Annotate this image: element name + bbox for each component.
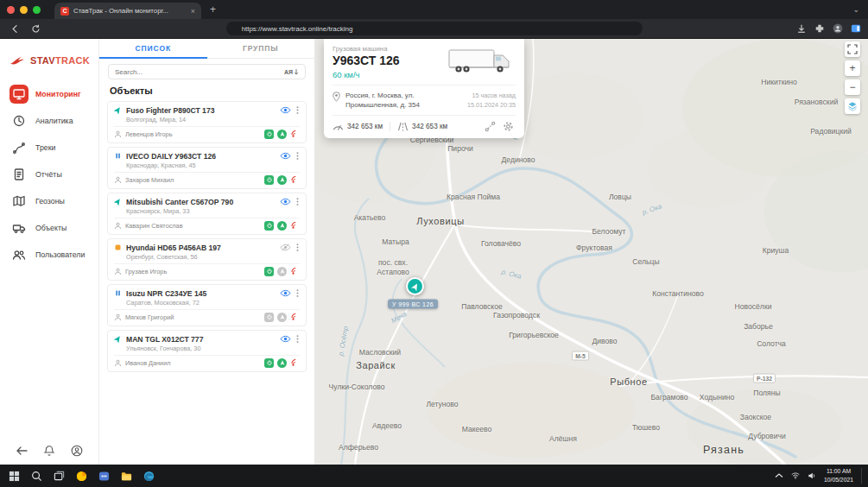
search-input[interactable] [115, 68, 281, 76]
logo-text-stav: STAV [30, 55, 55, 66]
close-window-button[interactable] [7, 6, 15, 14]
sidebar-item-monitoring[interactable]: Мониторинг [0, 80, 98, 107]
sidebar-item-label: Мониторинг [35, 90, 81, 98]
visibility-eye-icon[interactable] [280, 106, 291, 114]
sidebar-item-objects[interactable]: Объекты [0, 214, 98, 241]
vehicle-address: Красноярск, Мира, 33 [114, 207, 300, 218]
vehicle-name: Hyundai HD65 Р456АВ 197 [126, 244, 276, 252]
maximize-window-button[interactable] [33, 6, 41, 14]
gps-status-icon [277, 175, 287, 185]
profile-avatar[interactable] [833, 23, 843, 34]
taskbar-clock[interactable]: 11:00 AM 10/05/2021 [824, 467, 853, 484]
start-icon[interactable] [9, 471, 20, 482]
sidebar-item-reports[interactable]: Отчёты [0, 161, 98, 187]
vehicle-card[interactable]: Hyundai HD65 Р456АВ 197 Оренбург, Советс… [107, 238, 307, 281]
vehicle-menu-icon[interactable] [295, 197, 300, 206]
visibility-eye-icon[interactable] [280, 198, 291, 206]
chevron-up-icon[interactable] [775, 471, 783, 480]
stavtrack-logo-icon [9, 52, 26, 69]
show-desktop-strip[interactable] [861, 468, 865, 484]
vehicle-name: Isuzu NPR С234УЕ 145 [126, 289, 276, 298]
vehicle-menu-icon[interactable] [295, 151, 300, 161]
logo-text-track: TRACK [55, 55, 90, 66]
layers-button[interactable] [845, 98, 860, 114]
tabstrip-chevron-icon[interactable]: ⌄ [852, 5, 859, 14]
sidebar-item-analytics[interactable]: Аналитика [0, 107, 98, 134]
map-canvas[interactable]: НикиткиноРязановскийРадовицкийСергиевски… [315, 39, 868, 465]
download-icon[interactable] [796, 23, 807, 34]
side-panel-icon[interactable] [851, 23, 861, 34]
visibility-eye-icon[interactable] [280, 152, 291, 160]
collapse-back-icon[interactable] [16, 445, 28, 457]
back-icon[interactable] [10, 24, 20, 34]
minimize-window-button[interactable] [20, 6, 28, 14]
folder-icon[interactable] [121, 471, 132, 482]
odometer-value: 342 653 км [347, 123, 383, 130]
visibility-eye-icon[interactable] [280, 244, 291, 251]
visibility-eye-icon[interactable] [280, 289, 291, 297]
location-pin-icon [333, 92, 340, 102]
gps-status-icon [277, 221, 287, 231]
monitor-icon [10, 85, 29, 104]
tab-groups[interactable]: ГРУППЫ [207, 39, 315, 58]
fullscreen-button[interactable] [845, 41, 860, 57]
vehicle-card[interactable]: Isuzu NPR С234УЕ 145 Саратов, Московская… [107, 284, 307, 326]
gps-status-icon [277, 130, 287, 139]
edge-icon[interactable] [143, 471, 155, 482]
new-tab-button[interactable]: + [210, 3, 216, 16]
tab-close-icon[interactable]: × [191, 7, 195, 16]
task-view-icon[interactable] [54, 471, 65, 482]
gps-status-icon [277, 313, 287, 322]
satellite-alert-icon [290, 221, 300, 231]
vehicle-address: Саратов, Московская, 72 [114, 299, 300, 310]
mileage-value: 342 653 км [412, 123, 447, 130]
volume-icon[interactable] [808, 471, 816, 480]
notifications-bell-icon[interactable] [43, 445, 55, 457]
search-icon[interactable] [31, 471, 42, 482]
browser-tab[interactable]: С СтавТрак - Онлайн мониторг... × [54, 3, 201, 19]
screen: С СтавТрак - Онлайн мониторг... × + ⌄ ht… [0, 0, 868, 487]
firefox-icon[interactable] [76, 471, 87, 482]
vehicle-card[interactable]: MAN TGL Х012СТ 777 Ульяновск, Гончарова,… [107, 330, 307, 372]
sidebar: STAVTRACK МониторингАналитикаТрекиОтчёты… [0, 39, 99, 465]
vehicle-menu-icon[interactable] [295, 105, 300, 115]
vehicle-card[interactable]: Fuso Fighter Р890СТ 173 Волгоград, Мира,… [107, 101, 307, 143]
vehicle-card[interactable]: Mitsubishi Canter С567ОР 790 Красноярск,… [107, 193, 307, 235]
sort-az-button[interactable]: АЯ [284, 69, 299, 75]
zoom-out-button[interactable]: − [845, 79, 860, 95]
ignition-status-icon [264, 358, 274, 368]
zoom-in-button[interactable]: + [845, 60, 860, 76]
extensions-icon[interactable] [814, 23, 825, 34]
window-controls [7, 6, 41, 14]
browser-chrome: С СтавТрак - Онлайн мониторг... × + ⌄ ht… [0, 0, 868, 39]
mileage-icon [397, 122, 409, 131]
vehicle-card[interactable]: IVECO DAILY У963СТ 126 Краснодар, Красна… [107, 147, 307, 189]
ignition-status-icon [264, 175, 274, 185]
app-logo[interactable]: STAVTRACK [0, 39, 98, 80]
tab-list[interactable]: СПИСОК [99, 39, 207, 58]
reload-icon[interactable] [31, 24, 41, 34]
vehicle-map-marker[interactable] [406, 277, 424, 295]
url-bar[interactable]: https://www.stavtrack.online/tracking [226, 22, 643, 35]
marker-plate-label[interactable]: У 999 ВС 126 [388, 300, 438, 309]
map-controls: +− [845, 41, 860, 114]
os-taskbar: 11:00 AM 10/05/2021 [0, 465, 868, 487]
vehicle-popup: Грузовая машина У963СТ 126 60 км/ч Росси… [324, 39, 524, 138]
wifi-icon[interactable] [791, 471, 800, 480]
vehicle-menu-icon[interactable] [295, 288, 300, 298]
sidebar-item-tracks[interactable]: Треки [0, 134, 98, 161]
sidebar-item-users[interactable]: Пользователи [0, 241, 98, 268]
vehicle-menu-icon[interactable] [295, 334, 300, 344]
visibility-eye-icon[interactable] [280, 335, 291, 343]
profile-icon[interactable] [71, 445, 83, 457]
users-icon [10, 245, 29, 264]
sidebar-item-label: Объекты [35, 224, 67, 232]
driver-name: Грузаев Игорь [125, 268, 261, 275]
driver-icon [114, 359, 122, 367]
sidebar-item-geozones[interactable]: Геозоны [0, 187, 98, 214]
tracks-icon [10, 138, 29, 157]
route-icon[interactable] [483, 121, 497, 132]
settings-gear-icon[interactable] [501, 121, 516, 132]
vehicle-menu-icon[interactable] [295, 243, 300, 252]
chat-icon[interactable] [98, 471, 110, 482]
